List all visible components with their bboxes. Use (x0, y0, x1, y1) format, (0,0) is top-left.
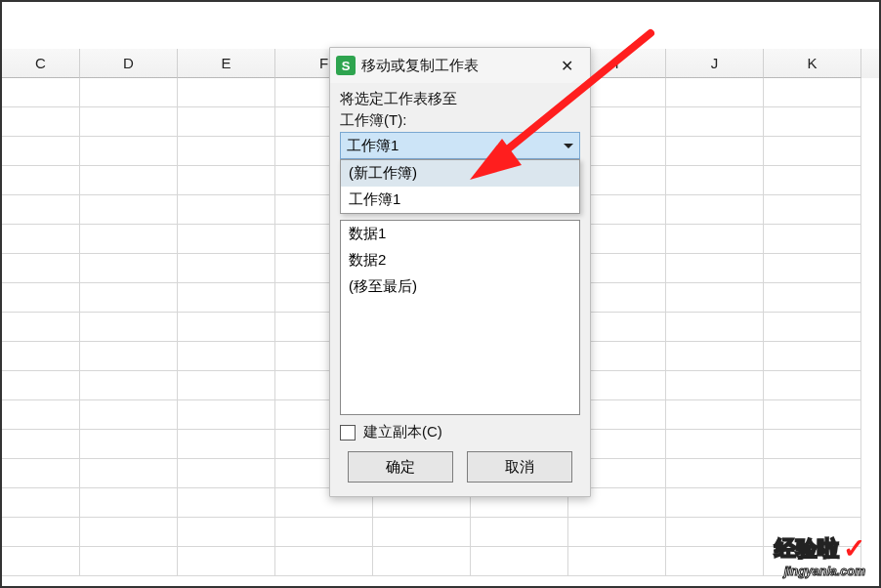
cell[interactable] (764, 518, 861, 547)
cell[interactable] (568, 518, 666, 547)
col-header[interactable]: D (80, 49, 178, 78)
cell[interactable] (80, 195, 178, 225)
cell[interactable] (764, 283, 861, 313)
cell[interactable] (666, 371, 764, 400)
dropdown-option-workbook1[interactable]: 工作簿1 (341, 187, 579, 213)
cell[interactable] (764, 430, 861, 459)
cell[interactable] (178, 371, 275, 400)
cell[interactable] (275, 518, 373, 547)
cell[interactable] (178, 488, 275, 518)
cell[interactable] (666, 166, 764, 195)
cell[interactable] (764, 225, 861, 254)
close-button[interactable]: ✕ (547, 52, 586, 79)
cell[interactable] (80, 313, 178, 342)
cell[interactable] (764, 78, 861, 107)
cell[interactable] (666, 430, 764, 459)
cell[interactable] (80, 547, 178, 576)
cell[interactable] (80, 225, 178, 254)
col-header[interactable]: J (666, 49, 764, 78)
cell[interactable] (2, 283, 80, 313)
cell[interactable] (666, 283, 764, 313)
col-header[interactable]: C (2, 49, 80, 78)
cell[interactable] (178, 137, 275, 166)
cell[interactable] (666, 547, 764, 576)
cell[interactable] (666, 107, 764, 137)
cell[interactable] (764, 400, 861, 430)
cell[interactable] (764, 488, 861, 518)
cell[interactable] (2, 547, 80, 576)
cell[interactable] (764, 313, 861, 342)
cell[interactable] (764, 107, 861, 137)
cancel-button[interactable]: 取消 (467, 451, 572, 483)
cell[interactable] (666, 78, 764, 107)
cell[interactable] (764, 195, 861, 225)
cell[interactable] (2, 459, 80, 488)
cell[interactable] (80, 400, 178, 430)
cell[interactable] (80, 283, 178, 313)
ok-button[interactable]: 确定 (348, 451, 453, 483)
cell[interactable] (178, 225, 275, 254)
cell[interactable] (471, 518, 568, 547)
cell[interactable] (373, 547, 471, 576)
cell[interactable] (2, 225, 80, 254)
cell[interactable] (2, 166, 80, 195)
cell[interactable] (178, 459, 275, 488)
cell[interactable] (666, 488, 764, 518)
cell[interactable] (2, 313, 80, 342)
cell[interactable] (80, 107, 178, 137)
cell[interactable] (178, 195, 275, 225)
list-item[interactable]: (移至最后) (341, 273, 579, 300)
cell[interactable] (764, 371, 861, 400)
cell[interactable] (471, 547, 568, 576)
cell[interactable] (178, 166, 275, 195)
cell[interactable] (80, 371, 178, 400)
cell[interactable] (764, 137, 861, 166)
cell[interactable] (764, 459, 861, 488)
cell[interactable] (2, 488, 80, 518)
list-item[interactable]: 数据1 (341, 221, 579, 247)
cell[interactable] (2, 195, 80, 225)
cell[interactable] (178, 107, 275, 137)
cell[interactable] (568, 547, 666, 576)
cell[interactable] (178, 518, 275, 547)
cell[interactable] (178, 547, 275, 576)
cell[interactable] (666, 400, 764, 430)
cell[interactable] (764, 547, 861, 576)
col-header[interactable]: E (178, 49, 275, 78)
workbook-combobox[interactable]: 工作簿1 (新工作簿) 工作簿1 (340, 132, 580, 159)
cell[interactable] (80, 488, 178, 518)
cell[interactable] (2, 342, 80, 371)
cell[interactable] (666, 459, 764, 488)
cell[interactable] (2, 254, 80, 283)
cell[interactable] (80, 254, 178, 283)
cell[interactable] (178, 78, 275, 107)
cell[interactable] (178, 430, 275, 459)
cell[interactable] (275, 547, 373, 576)
cell[interactable] (80, 342, 178, 371)
cell[interactable] (80, 78, 178, 107)
cell[interactable] (80, 137, 178, 166)
cell[interactable] (2, 137, 80, 166)
cell[interactable] (80, 430, 178, 459)
cell[interactable] (80, 166, 178, 195)
cell[interactable] (2, 107, 80, 137)
cell[interactable] (178, 400, 275, 430)
col-header[interactable]: K (764, 49, 861, 78)
create-copy-checkbox[interactable] (340, 425, 356, 441)
cell[interactable] (764, 254, 861, 283)
dropdown-option-new-workbook[interactable]: (新工作簿) (341, 160, 579, 187)
cell[interactable] (666, 137, 764, 166)
cell[interactable] (80, 459, 178, 488)
cell[interactable] (666, 342, 764, 371)
cell[interactable] (666, 254, 764, 283)
cell[interactable] (666, 518, 764, 547)
cell[interactable] (666, 195, 764, 225)
cell[interactable] (373, 518, 471, 547)
before-sheet-listbox[interactable]: 数据1 数据2 (移至最后) (340, 220, 580, 415)
cell[interactable] (666, 313, 764, 342)
cell[interactable] (80, 518, 178, 547)
cell[interactable] (178, 313, 275, 342)
cell[interactable] (178, 283, 275, 313)
cell[interactable] (764, 166, 861, 195)
cell[interactable] (178, 342, 275, 371)
